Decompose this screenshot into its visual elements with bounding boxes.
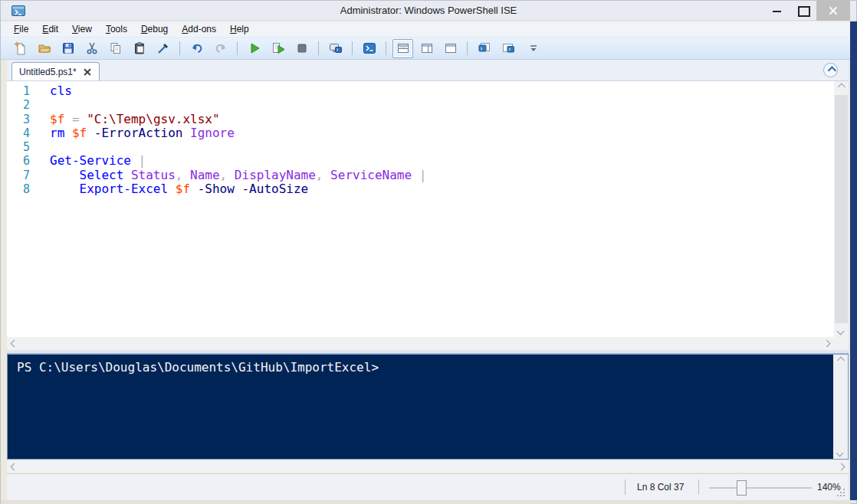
menu-tools[interactable]: Tools [99, 21, 134, 37]
line-number: 6 [7, 154, 50, 168]
powershell-window-button[interactable] [497, 39, 518, 58]
cursor-position: Ln 8 Col 37 [637, 482, 684, 493]
code-line[interactable]: 7 Select Status, Name, DisplayName, Serv… [7, 169, 834, 182]
editor-horizontal-scrollbar[interactable] [7, 337, 834, 350]
scroll-right-icon[interactable] [838, 463, 846, 471]
powershell-ise-window: Administrator: Windows PowerShell ISE Fi… [0, 0, 857, 504]
scrollbar-thumb[interactable] [835, 95, 848, 323]
toolbar-overflow-button[interactable] [523, 39, 543, 58]
run-selection-icon [271, 41, 285, 55]
code-line[interactable]: 5 [7, 140, 834, 154]
save-floppy-icon [61, 41, 75, 55]
script-pane-right-button[interactable] [416, 39, 437, 58]
run-selection-button[interactable] [268, 39, 288, 58]
menu-file[interactable]: File [7, 21, 35, 37]
menu-help[interactable]: Help [223, 21, 256, 37]
script-pane-top-icon [396, 41, 410, 55]
toolbar-overflow-icon [530, 44, 537, 53]
title-bar[interactable]: Administrator: Windows PowerShell ISE [1, 1, 856, 21]
menu-edit[interactable]: Edit [35, 21, 65, 37]
start-powershell-button[interactable] [359, 39, 379, 58]
redo-icon [214, 41, 228, 55]
scroll-down-icon[interactable] [837, 328, 845, 335]
window-frame-right [850, 21, 857, 500]
zoom-slider-track[interactable] [709, 487, 812, 489]
clear-console-button[interactable] [153, 39, 173, 58]
window-title: Administrator: Windows PowerShell ISE [1, 1, 856, 21]
open-script-button[interactable] [34, 39, 54, 58]
new-script-button[interactable] [10, 39, 31, 58]
editor-vertical-scrollbar[interactable] [834, 81, 849, 337]
toolbar-separator [386, 41, 386, 55]
paste-clipboard-icon [133, 41, 146, 55]
line-number: 5 [7, 140, 50, 154]
maximize-button[interactable] [790, 1, 816, 21]
copy-button[interactable] [105, 39, 126, 58]
new-remote-powershell-tab-button[interactable] [325, 39, 346, 58]
run-script-button[interactable] [244, 39, 264, 58]
code-line[interactable]: 8 Export-Excel $f -Show -AutoSize [7, 182, 834, 196]
toolbar-separator [179, 41, 180, 55]
collapse-script-pane-button[interactable] [823, 63, 838, 77]
script-pane-right-icon [420, 41, 434, 55]
powershell-window-icon [501, 41, 515, 55]
scroll-left-icon[interactable] [11, 340, 18, 348]
line-number: 1 [7, 84, 50, 98]
zoom-slider[interactable] [709, 480, 812, 496]
clear-console-icon [156, 41, 170, 55]
new-script-icon [14, 41, 28, 55]
tab-close-icon[interactable] [83, 67, 92, 77]
code-line[interactable]: 1cls [7, 84, 834, 98]
code-line[interactable]: 2 [7, 98, 834, 112]
line-number: 2 [7, 98, 50, 112]
toolbar-separator [318, 41, 319, 55]
console-prompt[interactable]: PS C:\Users\Douglas\Documents\GitHub\Imp… [8, 355, 833, 459]
scroll-up-icon[interactable] [837, 357, 845, 365]
new-powershell-tab-button[interactable] [474, 39, 494, 58]
console-horizontal-scrollbar[interactable] [7, 460, 849, 473]
code-area[interactable]: 1cls23$f = "C:\Temp\gsv.xlsx"4rm $f -Err… [7, 81, 834, 337]
open-folder-icon [38, 41, 51, 55]
stop-operation-button[interactable] [291, 39, 312, 58]
run-script-icon [248, 41, 261, 55]
copy-icon [109, 41, 123, 55]
menu-debug[interactable]: Debug [134, 21, 175, 37]
resize-grip[interactable] [836, 487, 845, 496]
scroll-up-icon[interactable] [838, 83, 846, 91]
undo-button[interactable] [186, 39, 207, 58]
console-vertical-scrollbar[interactable] [833, 355, 848, 459]
script-pane-maximized-icon [444, 41, 458, 55]
save-button[interactable] [57, 39, 78, 58]
code-line[interactable]: 3$f = "C:\Temp\gsv.xlsx" [7, 113, 834, 126]
toolbar [1, 38, 856, 60]
tab-untitled5[interactable]: Untitled5.ps1* [11, 62, 100, 80]
scrollbar-corner [834, 337, 849, 350]
new-powershell-tab-icon [478, 41, 491, 55]
window-frame-left [1, 60, 7, 500]
scroll-down-icon[interactable] [836, 450, 844, 457]
console-pane[interactable]: PS C:\Users\Douglas\Documents\GitHub\Imp… [7, 354, 849, 460]
menu-addons[interactable]: Add-ons [175, 21, 223, 37]
menu-view[interactable]: View [65, 21, 99, 37]
chevron-up-icon [827, 66, 836, 74]
code-line[interactable]: 4rm $f -ErrorAction Ignore [7, 126, 834, 140]
close-button[interactable] [816, 1, 850, 21]
script-pane-maximized-button[interactable] [440, 39, 461, 58]
stop-icon [295, 41, 309, 55]
redo-button[interactable] [210, 39, 231, 58]
cut-button[interactable] [81, 39, 102, 58]
status-separator [698, 479, 699, 495]
status-separator [625, 479, 626, 495]
zoom-slider-thumb[interactable] [737, 480, 747, 496]
undo-icon [190, 41, 204, 55]
minimize-button[interactable] [764, 1, 790, 21]
scroll-right-icon[interactable] [823, 340, 831, 348]
new-remote-powershell-tab-icon [329, 41, 343, 55]
paste-button[interactable] [129, 39, 149, 58]
scroll-left-icon[interactable] [11, 463, 18, 471]
script-pane-top-button[interactable] [392, 39, 413, 58]
code-line[interactable]: 6Get-Service | [7, 154, 834, 168]
script-pane: 1cls23$f = "C:\Temp\gsv.xlsx"4rm $f -Err… [7, 80, 849, 350]
status-bar: Ln 8 Col 37 140% [7, 473, 849, 500]
cut-scissors-icon [85, 41, 99, 55]
